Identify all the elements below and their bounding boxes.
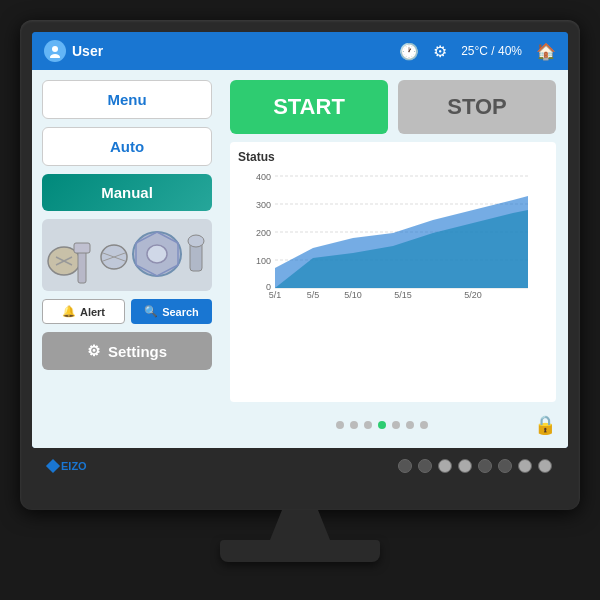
chart-title: Status bbox=[238, 150, 548, 164]
svg-point-14 bbox=[188, 235, 204, 247]
user-label: User bbox=[72, 43, 103, 59]
svg-text:200: 200 bbox=[256, 228, 271, 238]
svg-text:100: 100 bbox=[256, 256, 271, 266]
status-chart: 400 300 200 100 0 bbox=[238, 168, 548, 298]
right-panel: START STOP Status 400 300 200 100 0 bbox=[222, 70, 568, 448]
bell-icon: 🔔 bbox=[62, 305, 76, 318]
svg-text:400: 400 bbox=[256, 172, 271, 182]
svg-text:5/20: 5/20 bbox=[464, 290, 482, 298]
start-button[interactable]: START bbox=[230, 80, 388, 134]
svg-text:5/5: 5/5 bbox=[307, 290, 320, 298]
stand-base bbox=[220, 540, 380, 562]
bottom-btn-8[interactable] bbox=[538, 459, 552, 473]
dot-6[interactable] bbox=[406, 421, 414, 429]
svg-point-0 bbox=[52, 46, 58, 52]
main-content: Menu Auto Manual bbox=[32, 70, 568, 448]
stop-button[interactable]: STOP bbox=[398, 80, 556, 134]
bottom-buttons bbox=[398, 459, 552, 473]
chart-svg-container: 400 300 200 100 0 bbox=[238, 168, 548, 396]
lock-icon[interactable]: 🔒 bbox=[534, 414, 556, 436]
chart-area: Status 400 300 200 100 0 bbox=[230, 142, 556, 402]
screen: User 🕐 ⚙ 25°C / 40% 🏠 Menu Auto Manual bbox=[32, 32, 568, 448]
pagination-area: 🔒 bbox=[230, 410, 556, 440]
stand-neck bbox=[270, 510, 330, 540]
temperature-label: 25°C / 40% bbox=[461, 44, 522, 58]
search-icon: 🔍 bbox=[144, 305, 158, 318]
dots-row bbox=[230, 421, 534, 429]
svg-text:5/1: 5/1 bbox=[269, 290, 282, 298]
gear-icon: ⚙ bbox=[87, 342, 100, 360]
manual-button[interactable]: Manual bbox=[42, 174, 212, 211]
svg-text:300: 300 bbox=[256, 200, 271, 210]
monitor-outer: User 🕐 ⚙ 25°C / 40% 🏠 Menu Auto Manual bbox=[20, 20, 580, 510]
parts-image bbox=[42, 219, 212, 291]
auto-button[interactable]: Auto bbox=[42, 127, 212, 166]
top-bar-left: User bbox=[44, 40, 391, 62]
bottom-btn-7[interactable] bbox=[518, 459, 532, 473]
settings-button[interactable]: ⚙ Settings bbox=[42, 332, 212, 370]
clock-icon[interactable]: 🕐 bbox=[399, 42, 419, 61]
dot-4-active[interactable] bbox=[378, 421, 386, 429]
bottom-btn-2[interactable] bbox=[418, 459, 432, 473]
svg-text:5/10: 5/10 bbox=[344, 290, 362, 298]
alert-button[interactable]: 🔔 Alert bbox=[42, 299, 125, 324]
user-avatar bbox=[44, 40, 66, 62]
settings-label: Settings bbox=[108, 343, 167, 360]
menu-button[interactable]: Menu bbox=[42, 80, 212, 119]
left-panel: Menu Auto Manual bbox=[32, 70, 222, 448]
dot-3[interactable] bbox=[364, 421, 372, 429]
brand-logo: EIZO bbox=[48, 460, 87, 472]
search-button[interactable]: 🔍 Search bbox=[131, 299, 212, 324]
dot-1[interactable] bbox=[336, 421, 344, 429]
dot-5[interactable] bbox=[392, 421, 400, 429]
svg-text:5/15: 5/15 bbox=[394, 290, 412, 298]
brand-name: EIZO bbox=[61, 460, 87, 472]
home-icon[interactable]: 🏠 bbox=[536, 42, 556, 61]
bottom-btn-3[interactable] bbox=[438, 459, 452, 473]
monitor-bottom: EIZO bbox=[32, 452, 568, 480]
search-label: Search bbox=[162, 306, 199, 318]
dot-2[interactable] bbox=[350, 421, 358, 429]
alert-label: Alert bbox=[80, 306, 105, 318]
control-buttons: START STOP bbox=[230, 80, 556, 134]
bottom-btn-6[interactable] bbox=[498, 459, 512, 473]
parts-svg bbox=[42, 219, 212, 291]
brand-diamond bbox=[46, 459, 60, 473]
action-row: 🔔 Alert 🔍 Search bbox=[42, 299, 212, 324]
top-bar-right: 🕐 ⚙ 25°C / 40% 🏠 bbox=[399, 42, 556, 61]
svg-point-11 bbox=[147, 245, 167, 263]
svg-rect-6 bbox=[74, 243, 90, 253]
top-bar: User 🕐 ⚙ 25°C / 40% 🏠 bbox=[32, 32, 568, 70]
bottom-btn-1[interactable] bbox=[398, 459, 412, 473]
filter-icon[interactable]: ⚙ bbox=[433, 42, 447, 61]
bottom-btn-4[interactable] bbox=[458, 459, 472, 473]
bottom-btn-5[interactable] bbox=[478, 459, 492, 473]
svg-marker-26 bbox=[275, 196, 528, 288]
dot-7[interactable] bbox=[420, 421, 428, 429]
svg-point-1 bbox=[50, 54, 60, 58]
